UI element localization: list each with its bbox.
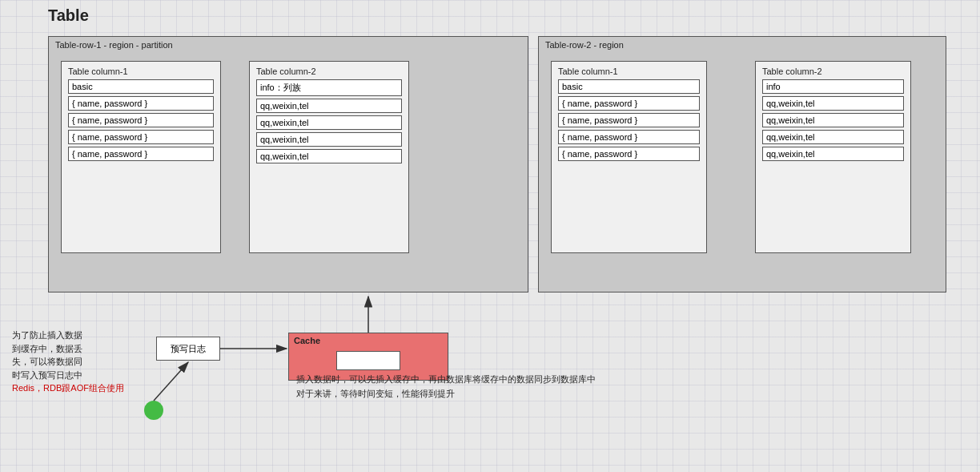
row1-col2-row3: qq,weixin,tel — [256, 132, 402, 147]
annotation-left-line1: 为了防止插入数据 — [12, 330, 82, 340]
svg-line-3 — [154, 362, 188, 401]
row2-col2-label: Table column-2 — [762, 67, 910, 76]
row1-col1-box: Table column-1 basic { name, password } … — [61, 61, 221, 253]
annotation-right-line2: 对于来讲，等待时间变短，性能得到提升 — [296, 387, 697, 401]
row2-col2-row3: qq,weixin,tel — [762, 130, 904, 144]
page-title: Table — [48, 6, 89, 25]
table-row2-label: Table-row-2 - region — [545, 40, 624, 50]
row1-col1-row1: { name, password } — [68, 96, 214, 111]
table-row1-label: Table-row-1 - region - partition — [55, 40, 173, 50]
row1-col2-box: Table column-2 info：列族 qq,weixin,tel qq,… — [249, 61, 409, 253]
row2-col2-header: info — [762, 79, 904, 94]
annotation-left-line2: 到缓存中，数据丢 — [12, 344, 82, 353]
row2-col1-row2: { name, password } — [558, 113, 700, 127]
row2-col2-box: Table column-2 info qq,weixin,tel qq,wei… — [755, 61, 911, 253]
row1-col2-label: Table column-2 — [256, 67, 408, 76]
cache-label: Cache — [294, 336, 320, 345]
row2-col1-box: Table column-1 basic { name, password } … — [551, 61, 707, 253]
row1-col1-row4: { name, password } — [68, 147, 214, 161]
row1-col1-row2: { name, password } — [68, 113, 214, 127]
annotation-left-line4: 时写入预写日志中 — [12, 370, 82, 380]
row1-col2-row2: qq,weixin,tel — [256, 115, 402, 130]
row2-col1-row1: { name, password } — [558, 96, 700, 111]
row1-col1-label: Table column-1 — [68, 67, 220, 76]
row1-col2-header: info：列族 — [256, 79, 402, 96]
row2-col1-row3: { name, password } — [558, 130, 700, 144]
row2-col1-row4: { name, password } — [558, 147, 700, 161]
annotation-right-line1: 插入数据时，可以先插入缓存中，再由数据库将缓存中的数据同步到数据库中 — [296, 373, 697, 387]
row2-col1-header: basic — [558, 79, 700, 94]
row2-col2-row2: qq,weixin,tel — [762, 113, 904, 127]
annotation-left-line3: 失，可以将数据同 — [12, 357, 82, 366]
row2-col2-row4: qq,weixin,tel — [762, 147, 904, 161]
table-row1-container: Table-row-1 - region - partition Table c… — [48, 36, 528, 292]
row2-col2-row1: qq,weixin,tel — [762, 96, 904, 111]
row1-col1-row3: { name, password } — [68, 130, 214, 144]
annotation-left: 为了防止插入数据 到缓存中，数据丢 失，可以将数据同 时写入预写日志中 Redi… — [12, 329, 144, 395]
row2-col1-label: Table column-1 — [558, 67, 706, 76]
prewrite-box: 预写日志 — [156, 337, 220, 361]
annotation-right: 插入数据时，可以先插入缓存中，再由数据库将缓存中的数据同步到数据库中 对于来讲，… — [296, 373, 697, 401]
table-row2-container: Table-row-2 - region Table column-1 basi… — [538, 36, 946, 292]
cache-inner — [336, 351, 400, 370]
green-circle — [144, 401, 163, 420]
row1-col2-row1: qq,weixin,tel — [256, 99, 402, 113]
row1-col2-row4: qq,weixin,tel — [256, 149, 402, 163]
row1-col1-header: basic — [68, 79, 214, 94]
prewrite-label: 预写日志 — [171, 343, 206, 355]
annotation-left-line5: Redis，RDB跟AOF组合使用 — [12, 383, 124, 393]
